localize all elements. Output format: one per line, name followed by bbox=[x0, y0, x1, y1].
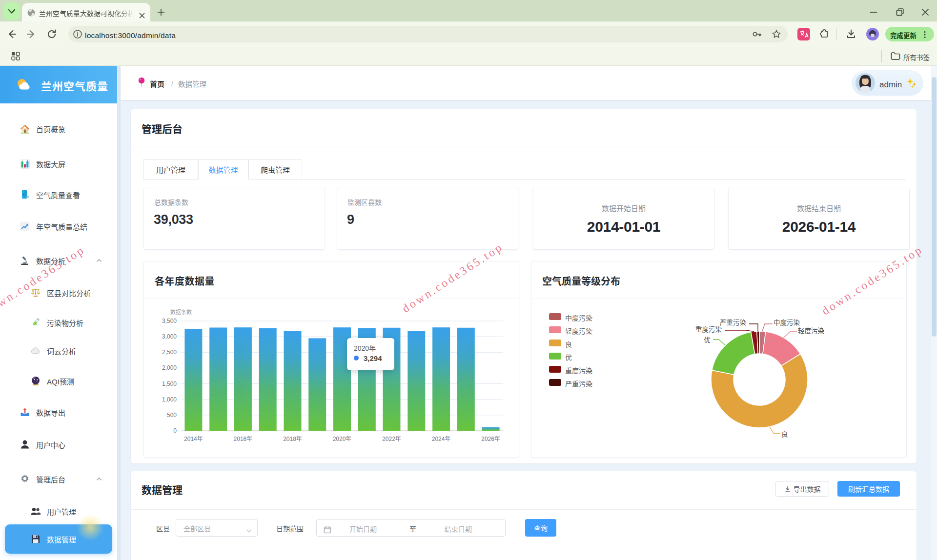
svg-text:2014年: 2014年 bbox=[184, 434, 203, 442]
svg-text:3,000: 3,000 bbox=[162, 332, 177, 340]
svg-text:2022年: 2022年 bbox=[382, 434, 401, 442]
svg-text:1,000: 1,000 bbox=[162, 395, 177, 403]
svg-text:0: 0 bbox=[173, 426, 177, 434]
svg-text:1,500: 1,500 bbox=[162, 379, 177, 387]
svg-text:2020年: 2020年 bbox=[333, 434, 352, 442]
svg-text:2024年: 2024年 bbox=[432, 434, 451, 442]
svg-text:2,000: 2,000 bbox=[162, 363, 177, 371]
svg-text:数据条数: 数据条数 bbox=[170, 308, 192, 316]
svg-text:2018年: 2018年 bbox=[283, 434, 302, 442]
svg-text:500: 500 bbox=[167, 410, 177, 419]
svg-text:2026年: 2026年 bbox=[481, 434, 500, 442]
svg-text:2,500: 2,500 bbox=[162, 347, 177, 356]
svg-text:2016年: 2016年 bbox=[234, 434, 253, 442]
svg-text:3,500: 3,500 bbox=[162, 316, 177, 324]
